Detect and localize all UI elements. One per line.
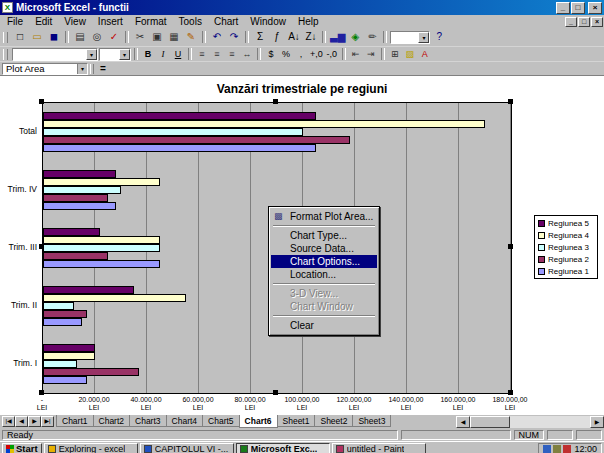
comma-style-button[interactable]: ,: [294, 48, 308, 60]
sheet-tab-sheet1[interactable]: Sheet1: [277, 415, 316, 427]
scroll-left-icon[interactable]: ◀: [456, 416, 470, 428]
context-menu-item-chart-options[interactable]: Chart Options...: [271, 255, 377, 268]
chart-title[interactable]: Vanzări trimestriale pe regiuni: [0, 82, 604, 96]
chart-wizard-button[interactable]: ▃▆: [329, 30, 346, 45]
legend-item[interactable]: Regiunea 2: [535, 253, 597, 265]
sheet-tab-sheet2[interactable]: Sheet2: [314, 415, 353, 427]
new-button[interactable]: □: [12, 30, 28, 45]
increase-decimal-button[interactable]: +,0: [309, 48, 324, 60]
menu-item-view[interactable]: View: [58, 15, 92, 28]
selection-handle[interactable]: [508, 99, 513, 104]
horizontal-scrollbar[interactable]: ◀ ▶: [456, 416, 604, 428]
map-button[interactable]: ◈: [347, 30, 363, 45]
decrease-indent-button[interactable]: ⇤: [349, 48, 363, 60]
bar[interactable]: [43, 286, 134, 294]
context-menu-item-format-plot-area[interactable]: ▩Format Plot Area...: [271, 210, 377, 223]
chevron-down-icon[interactable]: ▾: [119, 49, 130, 60]
bar[interactable]: [43, 368, 139, 376]
tab-scroll-first-icon[interactable]: |◀: [2, 416, 15, 427]
cut-button[interactable]: ✂: [132, 30, 148, 45]
sheet-tab-chart6[interactable]: Chart6: [239, 415, 278, 428]
workbook-close-icon[interactable]: ×: [591, 17, 603, 27]
bar[interactable]: [43, 128, 303, 136]
bar[interactable]: [43, 318, 82, 326]
bar[interactable]: [43, 228, 100, 236]
paste-button[interactable]: ▦: [166, 30, 182, 45]
bar[interactable]: [43, 360, 77, 368]
bar[interactable]: [43, 170, 116, 178]
bar[interactable]: [43, 144, 316, 152]
chart-legend[interactable]: Regiunea 5Regiunea 4Regiunea 3Regiunea 2…: [534, 215, 598, 279]
drawing-button[interactable]: ✏: [364, 30, 380, 45]
toolbar-grip[interactable]: [3, 32, 8, 43]
bar[interactable]: [43, 112, 316, 120]
undo-button[interactable]: ↶: [209, 30, 225, 45]
menu-item-help[interactable]: Help: [292, 15, 325, 28]
start-button[interactable]: Start: [2, 443, 42, 453]
taskbar-button[interactable]: Microsoft Exc...: [236, 443, 330, 453]
fill-color-button[interactable]: ▨: [403, 48, 417, 60]
sheet-tab-chart5[interactable]: Chart5: [202, 415, 240, 427]
taskbar-button[interactable]: untitled - Paint: [332, 443, 426, 453]
tab-scroll-prev-icon[interactable]: ◀: [15, 416, 28, 427]
zoom-combo[interactable]: ▾: [390, 31, 430, 44]
context-menu-item-clear[interactable]: Clear: [271, 319, 377, 332]
selection-handle[interactable]: [273, 390, 278, 395]
scroll-right-icon[interactable]: ▶: [590, 416, 604, 428]
taskbar-button[interactable]: CAPITOLUL VI -...: [140, 443, 234, 453]
legend-item[interactable]: Regiunea 1: [535, 265, 597, 277]
bar[interactable]: [43, 310, 87, 318]
scrollbar-thumb[interactable]: [470, 416, 510, 428]
save-button[interactable]: ◼: [46, 30, 62, 45]
selection-handle[interactable]: [508, 244, 513, 249]
selection-handle[interactable]: [273, 99, 278, 104]
selection-handle[interactable]: [39, 390, 44, 395]
italic-button[interactable]: I: [156, 48, 170, 60]
sort-ascending-button[interactable]: A↓: [286, 30, 302, 45]
copy-button[interactable]: ▣: [149, 30, 165, 45]
tab-scroll-next-icon[interactable]: ▶: [28, 416, 41, 427]
increase-indent-button[interactable]: ⇥: [364, 48, 378, 60]
bar[interactable]: [43, 344, 95, 352]
minimize-icon[interactable]: _: [556, 2, 570, 14]
menu-item-insert[interactable]: Insert: [92, 15, 129, 28]
sheet-tab-chart1[interactable]: Chart1: [56, 415, 94, 427]
percent-style-button[interactable]: %: [279, 48, 293, 60]
font-combo[interactable]: ▾: [12, 48, 98, 61]
print-button[interactable]: ▤: [72, 30, 88, 45]
merge-center-button[interactable]: ↔: [240, 48, 254, 60]
sort-descending-button[interactable]: Z↓: [303, 30, 319, 45]
selection-handle[interactable]: [39, 99, 44, 104]
maximize-icon[interactable]: □: [571, 2, 585, 14]
bar[interactable]: [43, 236, 160, 244]
taskbar-button[interactable]: Exploring - excel: [44, 443, 138, 453]
menu-item-chart[interactable]: Chart: [208, 15, 244, 28]
borders-button[interactable]: ⊞: [388, 48, 402, 60]
bold-button[interactable]: B: [141, 48, 155, 60]
align-left-button[interactable]: ≡: [195, 48, 209, 60]
bar[interactable]: [43, 376, 87, 384]
help-button[interactable]: ?: [431, 30, 447, 45]
context-menu-item-location[interactable]: Location...: [271, 268, 377, 281]
autosum-button[interactable]: Σ: [252, 30, 268, 45]
decrease-decimal-button[interactable]: -,0: [325, 48, 339, 60]
align-center-button[interactable]: ≡: [210, 48, 224, 60]
menu-item-file[interactable]: File: [1, 15, 29, 28]
print-preview-button[interactable]: ◎: [89, 30, 105, 45]
open-button[interactable]: ▭: [29, 30, 45, 45]
close-icon[interactable]: ×: [588, 2, 602, 14]
selection-handle[interactable]: [508, 390, 513, 395]
align-right-button[interactable]: ≡: [225, 48, 239, 60]
bar[interactable]: [43, 202, 116, 210]
bar[interactable]: [43, 136, 350, 144]
chevron-down-icon[interactable]: ▾: [418, 32, 429, 43]
bar[interactable]: [43, 194, 108, 202]
toolbar-grip[interactable]: [3, 49, 8, 60]
context-menu-item-source-data[interactable]: Source Data...: [271, 242, 377, 255]
chevron-down-icon[interactable]: ▾: [86, 49, 97, 60]
workbook-minimize-icon[interactable]: _: [565, 17, 577, 27]
sheet-tab-sheet3[interactable]: Sheet3: [352, 415, 391, 427]
bar[interactable]: [43, 120, 485, 128]
format-painter-button[interactable]: ✎: [183, 30, 199, 45]
sheet-tab-chart4[interactable]: Chart4: [166, 415, 204, 427]
